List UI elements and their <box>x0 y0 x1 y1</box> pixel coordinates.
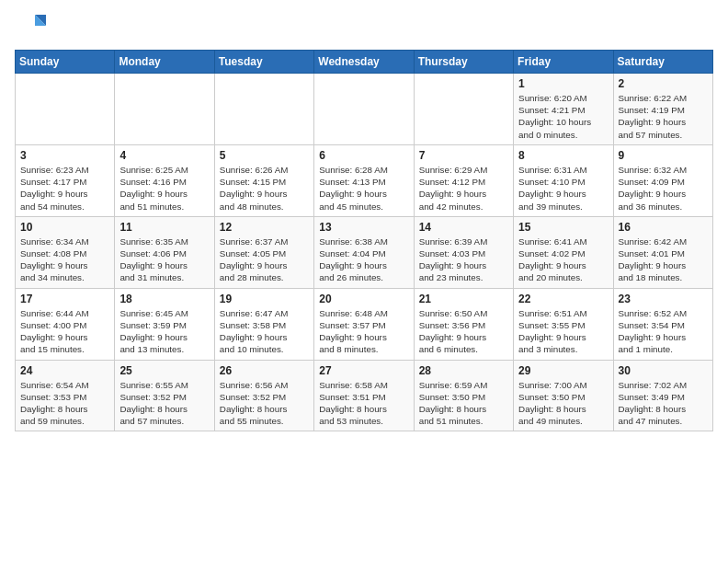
day-info: Sunrise: 6:48 AM Sunset: 3:57 PM Dayligh… <box>319 307 408 356</box>
day-cell: 16Sunrise: 6:42 AM Sunset: 4:01 PM Dayli… <box>613 216 712 288</box>
day-number: 10 <box>20 221 109 234</box>
day-cell: 17Sunrise: 6:44 AM Sunset: 4:00 PM Dayli… <box>16 288 115 360</box>
header-day: Friday <box>514 51 613 74</box>
day-info: Sunrise: 6:26 AM Sunset: 4:15 PM Dayligh… <box>220 164 309 213</box>
day-info: Sunrise: 6:41 AM Sunset: 4:02 PM Dayligh… <box>518 236 608 284</box>
day-number: 23 <box>619 293 708 305</box>
day-number: 21 <box>419 293 508 305</box>
day-info: Sunrise: 6:32 AM Sunset: 4:09 PM Dayligh… <box>619 164 708 213</box>
day-number: 3 <box>20 149 109 162</box>
day-info: Sunrise: 6:51 AM Sunset: 3:55 PM Dayligh… <box>518 307 608 356</box>
day-number: 6 <box>319 149 408 162</box>
day-cell: 2Sunrise: 6:22 AM Sunset: 4:19 PM Daylig… <box>613 74 712 145</box>
day-cell: 9Sunrise: 6:32 AM Sunset: 4:09 PM Daylig… <box>613 144 712 216</box>
day-cell: 29Sunrise: 7:00 AM Sunset: 3:50 PM Dayli… <box>514 360 613 431</box>
day-number: 22 <box>518 293 608 305</box>
calendar-body: 1Sunrise: 6:20 AM Sunset: 4:21 PM Daylig… <box>16 74 713 431</box>
day-cell: 12Sunrise: 6:37 AM Sunset: 4:05 PM Dayli… <box>214 216 313 288</box>
day-number: 29 <box>518 364 608 377</box>
week-row: 3Sunrise: 6:23 AM Sunset: 4:17 PM Daylig… <box>16 144 713 216</box>
day-info: Sunrise: 6:28 AM Sunset: 4:13 PM Dayligh… <box>319 164 408 213</box>
day-cell: 27Sunrise: 6:58 AM Sunset: 3:51 PM Dayli… <box>314 360 414 431</box>
day-number: 11 <box>119 221 209 234</box>
day-info: Sunrise: 6:55 AM Sunset: 3:52 PM Dayligh… <box>119 379 209 428</box>
day-info: Sunrise: 6:38 AM Sunset: 4:04 PM Dayligh… <box>319 236 408 284</box>
day-cell: 11Sunrise: 6:35 AM Sunset: 4:06 PM Dayli… <box>115 216 214 288</box>
day-info: Sunrise: 6:20 AM Sunset: 4:21 PM Dayligh… <box>518 92 608 141</box>
day-number: 30 <box>619 364 708 377</box>
day-info: Sunrise: 7:02 AM Sunset: 3:49 PM Dayligh… <box>619 379 708 428</box>
day-number: 18 <box>119 293 209 305</box>
day-info: Sunrise: 6:45 AM Sunset: 3:59 PM Dayligh… <box>119 307 209 356</box>
day-cell: 25Sunrise: 6:55 AM Sunset: 3:52 PM Dayli… <box>115 360 214 431</box>
header-day: Sunday <box>16 51 115 74</box>
week-row: 17Sunrise: 6:44 AM Sunset: 4:00 PM Dayli… <box>16 288 713 360</box>
logo <box>15 11 51 44</box>
header-day: Saturday <box>613 51 712 74</box>
day-info: Sunrise: 6:22 AM Sunset: 4:19 PM Dayligh… <box>619 92 708 141</box>
day-number: 20 <box>319 293 408 305</box>
day-number: 19 <box>220 293 309 305</box>
day-cell <box>16 74 115 145</box>
day-cell <box>214 74 313 145</box>
day-number: 8 <box>518 149 608 162</box>
day-info: Sunrise: 6:52 AM Sunset: 3:54 PM Dayligh… <box>619 307 708 356</box>
day-cell: 21Sunrise: 6:50 AM Sunset: 3:56 PM Dayli… <box>414 288 513 360</box>
day-info: Sunrise: 6:58 AM Sunset: 3:51 PM Dayligh… <box>319 379 408 428</box>
day-number: 7 <box>419 149 508 162</box>
day-number: 27 <box>319 364 408 377</box>
day-cell: 20Sunrise: 6:48 AM Sunset: 3:57 PM Dayli… <box>314 288 414 360</box>
calendar-header: SundayMondayTuesdayWednesdayThursdayFrid… <box>16 51 713 74</box>
day-cell: 7Sunrise: 6:29 AM Sunset: 4:12 PM Daylig… <box>414 144 513 216</box>
day-info: Sunrise: 6:23 AM Sunset: 4:17 PM Dayligh… <box>20 164 109 213</box>
day-info: Sunrise: 6:39 AM Sunset: 4:03 PM Dayligh… <box>419 236 508 284</box>
day-info: Sunrise: 6:25 AM Sunset: 4:16 PM Dayligh… <box>119 164 209 213</box>
day-info: Sunrise: 6:50 AM Sunset: 3:56 PM Dayligh… <box>419 307 508 356</box>
header-day: Tuesday <box>214 51 313 74</box>
day-number: 17 <box>20 293 109 305</box>
header-day: Monday <box>115 51 214 74</box>
day-cell: 1Sunrise: 6:20 AM Sunset: 4:21 PM Daylig… <box>514 74 613 145</box>
day-cell: 10Sunrise: 6:34 AM Sunset: 4:08 PM Dayli… <box>16 216 115 288</box>
header <box>15 11 713 44</box>
header-day: Thursday <box>414 51 513 74</box>
day-number: 5 <box>220 149 309 162</box>
day-number: 4 <box>119 149 209 162</box>
day-number: 24 <box>20 364 109 377</box>
day-info: Sunrise: 6:47 AM Sunset: 3:58 PM Dayligh… <box>220 307 309 356</box>
week-row: 10Sunrise: 6:34 AM Sunset: 4:08 PM Dayli… <box>16 216 713 288</box>
day-cell: 13Sunrise: 6:38 AM Sunset: 4:04 PM Dayli… <box>314 216 414 288</box>
week-row: 24Sunrise: 6:54 AM Sunset: 3:53 PM Dayli… <box>16 360 713 431</box>
day-cell: 24Sunrise: 6:54 AM Sunset: 3:53 PM Dayli… <box>16 360 115 431</box>
day-info: Sunrise: 6:37 AM Sunset: 4:05 PM Dayligh… <box>220 236 309 284</box>
day-info: Sunrise: 6:35 AM Sunset: 4:06 PM Dayligh… <box>119 236 209 284</box>
day-number: 26 <box>220 364 309 377</box>
day-info: Sunrise: 6:34 AM Sunset: 4:08 PM Dayligh… <box>20 236 109 284</box>
day-number: 28 <box>419 364 508 377</box>
day-cell: 5Sunrise: 6:26 AM Sunset: 4:15 PM Daylig… <box>214 144 313 216</box>
day-cell <box>115 74 214 145</box>
day-cell: 23Sunrise: 6:52 AM Sunset: 3:54 PM Dayli… <box>613 288 712 360</box>
day-number: 2 <box>619 77 708 90</box>
week-row: 1Sunrise: 6:20 AM Sunset: 4:21 PM Daylig… <box>16 74 713 145</box>
day-info: Sunrise: 6:29 AM Sunset: 4:12 PM Dayligh… <box>419 164 508 213</box>
day-info: Sunrise: 6:42 AM Sunset: 4:01 PM Dayligh… <box>619 236 708 284</box>
day-number: 25 <box>119 364 209 377</box>
day-info: Sunrise: 6:44 AM Sunset: 4:00 PM Dayligh… <box>20 307 109 356</box>
header-day: Wednesday <box>314 51 414 74</box>
day-info: Sunrise: 6:54 AM Sunset: 3:53 PM Dayligh… <box>20 379 109 428</box>
day-cell: 26Sunrise: 6:56 AM Sunset: 3:52 PM Dayli… <box>214 360 313 431</box>
day-cell <box>314 74 414 145</box>
day-cell: 14Sunrise: 6:39 AM Sunset: 4:03 PM Dayli… <box>414 216 513 288</box>
day-info: Sunrise: 6:56 AM Sunset: 3:52 PM Dayligh… <box>220 379 309 428</box>
day-number: 9 <box>619 149 708 162</box>
day-cell: 18Sunrise: 6:45 AM Sunset: 3:59 PM Dayli… <box>115 288 214 360</box>
day-cell: 8Sunrise: 6:31 AM Sunset: 4:10 PM Daylig… <box>514 144 613 216</box>
day-cell: 19Sunrise: 6:47 AM Sunset: 3:58 PM Dayli… <box>214 288 313 360</box>
day-cell: 15Sunrise: 6:41 AM Sunset: 4:02 PM Dayli… <box>514 216 613 288</box>
calendar: SundayMondayTuesdayWednesdayThursdayFrid… <box>15 50 713 431</box>
day-cell: 22Sunrise: 6:51 AM Sunset: 3:55 PM Dayli… <box>514 288 613 360</box>
day-cell: 3Sunrise: 6:23 AM Sunset: 4:17 PM Daylig… <box>16 144 115 216</box>
day-info: Sunrise: 6:31 AM Sunset: 4:10 PM Dayligh… <box>518 164 608 213</box>
day-cell: 28Sunrise: 6:59 AM Sunset: 3:50 PM Dayli… <box>414 360 513 431</box>
